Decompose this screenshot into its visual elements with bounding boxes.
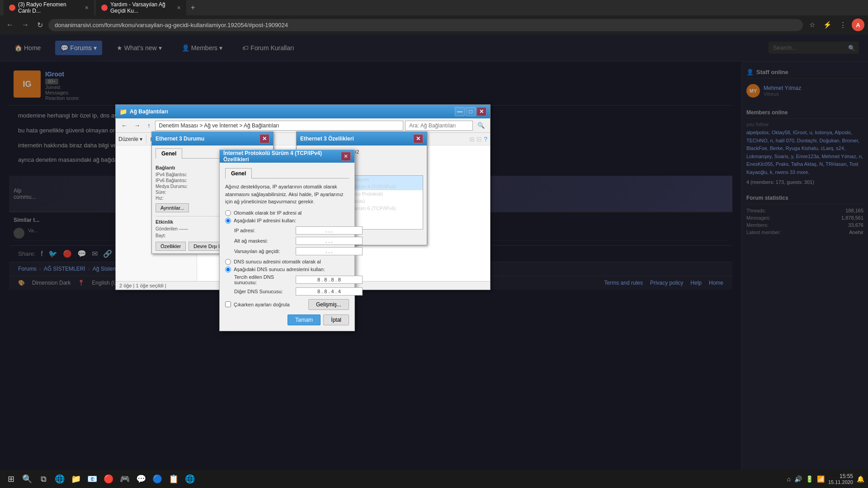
app-icon-2[interactable]: 🔵: [150, 472, 165, 486]
manual-dns-label: Aşağıdaki DNS sunucu adreslerini kullan:: [234, 267, 325, 272]
discord-icon[interactable]: 💬: [134, 472, 148, 486]
search-taskbar-button[interactable]: 🔍: [20, 472, 34, 486]
extensions-icon[interactable]: ⚡: [821, 19, 834, 31]
explorer-back-button[interactable]: ←: [118, 120, 130, 131]
network-icon: 📶: [817, 475, 825, 483]
explorer-view-controls: ⊞ ⊟ ?: [469, 136, 487, 143]
battery-icon: 🔋: [806, 475, 813, 483]
ip-address-row: IP adresi:: [225, 226, 349, 235]
explorer-close-button[interactable]: ✕: [476, 107, 486, 116]
back-button[interactable]: ←: [4, 19, 16, 31]
taskbar-right: ⌂ 🔊 🔋 📶 15:55 15.11.2020 🔔: [787, 473, 864, 485]
net-status-title: Ethernet 3 Durumu: [156, 136, 259, 142]
active-tab-2[interactable]: Yardım - Varsayılan Ağ Geçidi Ku... ✕: [96, 0, 186, 17]
preferred-dns-label: Tercih edilen DNS sunucusu:: [234, 274, 293, 285]
explorer-minimize-button[interactable]: —: [455, 107, 465, 116]
net-status-close-button[interactable]: ✕: [259, 134, 269, 143]
explorer-status-text: 2 öğe | 1 öğe seçildi |: [119, 283, 166, 288]
manual-dns-radio[interactable]: Aşağıdaki DNS sunucu adreslerini kullan:: [225, 267, 349, 272]
advanced-button[interactable]: Gelişmiş...: [308, 299, 349, 310]
browser-taskbar-icon[interactable]: 🌐: [183, 472, 197, 486]
path-text: Denetim Masası > Ağ ve İnternet > Ağ Bağ…: [159, 122, 279, 129]
task-view-button[interactable]: ⧉: [36, 472, 51, 486]
validate-row: Çıkarken ayarları doğrula Gelişmiş...: [225, 299, 349, 310]
tab-label: (3) Radyo Fenomen Canlı D...: [18, 1, 80, 14]
explorer-title: Ağ Bağlantıları: [130, 108, 455, 115]
net-status-controls: ✕: [259, 134, 269, 143]
dns-section: DNS sunucu adresini otomatik olarak al A…: [225, 259, 349, 296]
details-button[interactable]: Ayrıntılar...: [156, 203, 189, 212]
auto-dns-label: DNS sunucu adresini otomatik olarak al: [234, 259, 321, 264]
explorer-up-button[interactable]: ↑: [145, 120, 153, 131]
tcpip-close-button[interactable]: ✕: [341, 152, 351, 161]
browser-titlebar: (3) Radyo Fenomen Canlı D... ✕ Yardım - …: [0, 0, 868, 15]
explorer-address-path[interactable]: Denetim Masası > Ağ ve İnternet > Ağ Bağ…: [155, 121, 404, 131]
app-icon-1[interactable]: 🔴: [101, 472, 116, 486]
manual-ip-radio[interactable]: Aşağıdaki IP adresini kullan:: [225, 218, 349, 224]
edge-browser-icon[interactable]: 🌐: [52, 472, 67, 486]
validate-checkbox[interactable]: [225, 301, 231, 307]
auto-dns-radio[interactable]: DNS sunucu adresini otomatik olarak al: [225, 259, 349, 265]
eth-props-titlebar: Ethernet 3 Özellikleri ✕: [297, 132, 427, 145]
eth-props-controls: ✕: [413, 134, 423, 143]
clipboard-icon[interactable]: 📋: [166, 472, 181, 486]
view-icon-1[interactable]: ⊞: [469, 136, 475, 143]
ip-address-input[interactable]: [296, 226, 363, 235]
auto-ip-label: Otomatik olarak bir IP adresi al: [234, 210, 302, 216]
auto-ip-radio-input[interactable]: [225, 210, 231, 216]
tab-favicon-2: [101, 5, 108, 11]
subnet-label: Alt ağ maskesi:: [234, 238, 293, 244]
notifications-icon[interactable]: 🔔: [857, 475, 864, 483]
gateway-label: Varsayılan ağ geçidi:: [234, 249, 293, 254]
start-button[interactable]: ⊞: [4, 472, 18, 486]
explorer-window-controls: — □ ✕: [455, 107, 486, 116]
explorer-organize-menu[interactable]: Düzenle ▾: [118, 136, 142, 142]
explorer-toolbar: ← → ↑ Denetim Masası > Ağ ve İnternet > …: [116, 118, 490, 133]
net-status-tab-general[interactable]: Genel: [156, 148, 182, 159]
explorer-search-button[interactable]: 🔍: [475, 120, 487, 131]
view-icon-2[interactable]: ⊟: [476, 136, 482, 143]
tab-close[interactable]: ✕: [85, 5, 89, 11]
auto-ip-radio[interactable]: Otomatik olarak bir IP adresi al: [225, 210, 349, 216]
reload-button[interactable]: ↻: [34, 19, 46, 31]
explorer-search-input[interactable]: [405, 121, 473, 131]
explorer-maximize-button[interactable]: □: [466, 107, 476, 116]
active-tab[interactable]: (3) Radyo Fenomen Canlı D... ✕: [4, 0, 94, 17]
properties-button[interactable]: Özellikler: [156, 242, 186, 251]
alternate-dns-label: Diğer DNS Sunucusu:: [234, 289, 293, 294]
net-status-titlebar: Ethernet 3 Durumu ✕: [152, 132, 273, 145]
eth-props-title: Ethernet 3 Özellikleri: [300, 136, 413, 142]
tcpip-tab-general[interactable]: Genel: [225, 168, 252, 178]
clock[interactable]: 15:55 15.11.2020: [828, 473, 853, 485]
manual-ip-radio-input[interactable]: [225, 218, 231, 224]
subnet-input[interactable]: [296, 237, 363, 245]
manual-dns-radio-input[interactable]: [225, 267, 231, 272]
profile-icon[interactable]: A: [852, 19, 864, 31]
tcpip-description: Ağınız destekliyorsa, IP ayarlarının oto…: [225, 183, 349, 206]
menu-icon[interactable]: ⋮: [836, 19, 849, 31]
auto-dns-radio-input[interactable]: [225, 259, 231, 265]
tcpip-dialog: İnternet Protokolü Sürüm 4 (TCP/IPv4) Öz…: [219, 150, 355, 331]
explorer-forward-button[interactable]: →: [132, 120, 143, 131]
steam-icon[interactable]: 🎮: [118, 472, 132, 486]
tab-close-2[interactable]: ✕: [177, 5, 181, 11]
tcpip-tab-bar: Genel: [225, 168, 349, 178]
explorer-folder-icon: 📁: [119, 108, 127, 115]
new-tab-button[interactable]: +: [188, 4, 198, 12]
gateway-input[interactable]: [296, 247, 363, 255]
tcpip-ok-button[interactable]: Tamam: [288, 314, 321, 325]
file-explorer-taskbar-icon[interactable]: 📁: [69, 472, 83, 486]
address-bar[interactable]: [48, 19, 803, 31]
help-icon[interactable]: ?: [484, 136, 487, 143]
tcpip-cancel-button[interactable]: İptal: [323, 314, 349, 325]
forward-button[interactable]: →: [19, 19, 32, 31]
validate-label: Çıkarken ayarları doğrula: [234, 302, 290, 307]
preferred-dns-input[interactable]: [296, 276, 363, 284]
bookmark-icon[interactable]: ☆: [806, 19, 818, 31]
alternate-dns-input[interactable]: [296, 287, 363, 296]
mail-icon[interactable]: 📧: [85, 472, 99, 486]
taskbar: ⊞ 🔍 ⧉ 🌐 📁 📧 🔴 🎮 💬 🔵 📋 🌐 ⌂ 🔊 🔋 📶 15:55 15…: [0, 470, 868, 488]
ip-label: IP adresi:: [234, 228, 293, 233]
eth-props-close-button[interactable]: ✕: [413, 134, 423, 143]
subnet-row: Alt ağ maskesi:: [225, 237, 349, 245]
